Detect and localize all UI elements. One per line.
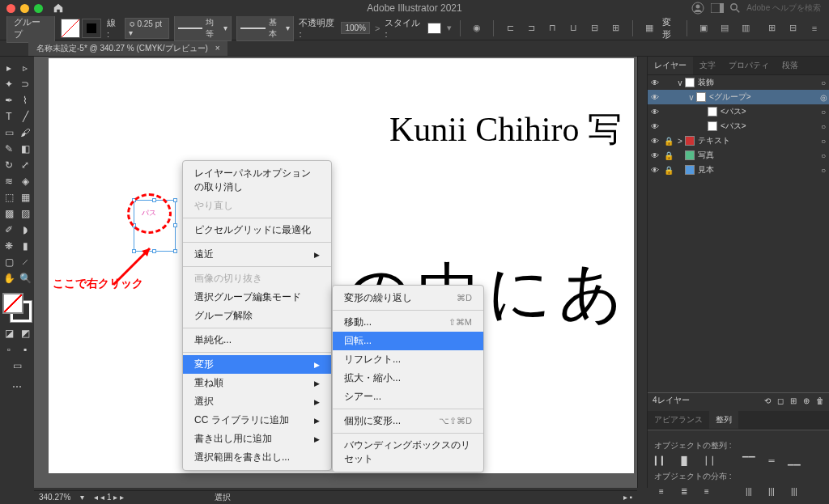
document-tab[interactable]: 名称未設定-5* @ 340.27 % (CMYK/プレビュー) × xyxy=(28,41,227,56)
home-icon[interactable] xyxy=(53,2,64,14)
align-tab[interactable]: 整列 xyxy=(709,411,738,429)
align-right-icon[interactable]: ⊓ xyxy=(544,19,560,37)
close-window-button[interactable] xyxy=(6,4,15,13)
align-hcenter-btn[interactable]: ▐▌ xyxy=(677,455,691,466)
edit-toolbar-icon[interactable]: ⋯ xyxy=(9,379,25,395)
layer-name-label[interactable]: <パス> xyxy=(721,121,818,132)
layer-target-icon[interactable]: ○ xyxy=(818,122,829,131)
align-left-icon[interactable]: ⊏ xyxy=(502,19,518,37)
appearance-tab[interactable]: アピアランス xyxy=(648,411,709,429)
selection-tool[interactable]: ▸ xyxy=(1,60,17,76)
locate-object-icon[interactable]: ⟲ xyxy=(764,396,771,405)
panel-tab-3[interactable]: 段落 xyxy=(776,57,805,74)
style-swatch[interactable] xyxy=(427,23,441,34)
align-bottom-btn[interactable]: ▁▁ xyxy=(787,455,801,466)
dist-vcenter-btn[interactable]: ≣ xyxy=(677,485,691,497)
layer-name-label[interactable]: 装飾 xyxy=(698,77,818,88)
visibility-icon[interactable]: 👁 xyxy=(648,122,662,131)
type-tool[interactable]: T xyxy=(1,108,17,125)
selection-type-label[interactable]: グループ xyxy=(6,14,55,43)
lasso-tool[interactable]: ⊃ xyxy=(17,76,33,92)
dist-top-btn[interactable]: ≡ xyxy=(654,485,669,497)
page-number[interactable]: 1 xyxy=(107,493,112,502)
context-menu-item[interactable]: 重ね順 xyxy=(183,374,331,392)
layer-target-icon[interactable]: ○ xyxy=(818,137,829,146)
symbol-sprayer-tool[interactable]: ❋ xyxy=(1,238,17,254)
visibility-icon[interactable]: 👁 xyxy=(648,166,662,175)
screen-mode-icon[interactable]: ▭ xyxy=(9,358,25,374)
right-panel-strip[interactable] xyxy=(637,57,647,488)
close-tab-icon[interactable]: × xyxy=(215,44,220,53)
layer-target-icon[interactable]: ○ xyxy=(818,78,829,87)
zoom-level[interactable]: 340.27% xyxy=(39,493,70,502)
submenu-item[interactable]: リフレクト... xyxy=(333,350,483,369)
blend-tool[interactable]: ◗ xyxy=(17,222,33,238)
gradient-mode-icon[interactable]: ◩ xyxy=(17,325,33,341)
mesh-tool[interactable]: ▩ xyxy=(1,205,17,222)
align-right-btn[interactable]: ▕▕ xyxy=(699,455,714,466)
fill-stroke-swatches[interactable] xyxy=(2,293,32,322)
stroke-swatch[interactable] xyxy=(82,19,101,38)
submenu-item[interactable]: 移動...⇧⌘M xyxy=(333,313,483,332)
submenu-item[interactable]: シアー... xyxy=(333,388,483,406)
layer-name-label[interactable]: <パス> xyxy=(721,106,818,117)
isolate-icon[interactable]: ▣ xyxy=(695,19,712,37)
dist-right-btn[interactable]: ||| xyxy=(787,485,801,497)
panel-tab-0[interactable]: レイヤー xyxy=(648,57,693,74)
submenu-item[interactable]: 回転... xyxy=(333,332,483,350)
user-icon[interactable] xyxy=(691,2,704,15)
curvature-tool[interactable]: ⌇ xyxy=(17,92,33,108)
paintbrush-tool[interactable]: 🖌 xyxy=(17,125,33,141)
shaper-tool[interactable]: ✎ xyxy=(1,141,17,157)
options-icon-2[interactable]: ⊟ xyxy=(785,19,801,37)
panel-tab-1[interactable]: 文字 xyxy=(693,57,722,74)
context-menu[interactable]: レイヤーパネルオプションの取り消しやり直しピクセルグリッドに最適化遠近画像の切り… xyxy=(182,160,332,471)
draw-normal-icon[interactable]: ▫ xyxy=(1,341,17,358)
perspective-tool[interactable]: ▦ xyxy=(17,189,33,205)
magic-wand-tool[interactable]: ✦ xyxy=(1,76,17,92)
gradient-tool[interactable]: ▨ xyxy=(17,205,33,222)
context-menu-item[interactable]: 選択グループ編集モード xyxy=(183,288,331,307)
panel-menu-icon[interactable]: ≡ xyxy=(806,19,823,37)
free-transform-tool[interactable]: ◈ xyxy=(17,173,33,189)
layer-row[interactable]: 👁v<グループ>◎ xyxy=(648,90,829,104)
layer-target-icon[interactable]: ○ xyxy=(818,166,829,175)
make-clip-icon[interactable]: ◻ xyxy=(777,396,784,405)
context-menu-item[interactable]: 書き出し用に追加 xyxy=(183,430,331,448)
color-mode-icon[interactable]: ◪ xyxy=(1,325,17,341)
search-icon[interactable] xyxy=(730,3,740,13)
align-left-btn[interactable]: ▎▎ xyxy=(654,455,669,466)
direct-selection-tool[interactable]: ▹ xyxy=(17,60,33,76)
visibility-icon[interactable]: 👁 xyxy=(648,78,662,87)
lock-icon[interactable]: 🔒 xyxy=(662,151,675,160)
new-sublayer-icon[interactable]: ⊞ xyxy=(790,396,797,405)
align-top-icon[interactable]: ⊔ xyxy=(565,19,581,37)
context-menu-item[interactable]: レイヤーパネルオプションの取り消し xyxy=(183,164,331,197)
layer-target-icon[interactable]: ○ xyxy=(818,151,829,160)
artboard-tool[interactable]: ▢ xyxy=(1,254,17,270)
pen-tool[interactable]: ✒ xyxy=(1,92,17,108)
visibility-icon[interactable]: 👁 xyxy=(648,93,662,102)
layer-name-label[interactable]: テキスト xyxy=(698,135,818,146)
panel-tab-2[interactable]: プロパティ xyxy=(722,57,776,74)
eyedropper-tool[interactable]: ✐ xyxy=(1,222,17,238)
column-graph-tool[interactable]: ▮ xyxy=(17,238,33,254)
layer-name-label[interactable]: <グループ> xyxy=(709,91,818,103)
recolor-artwork-icon[interactable]: ◉ xyxy=(469,19,485,37)
shape-builder-icon[interactable]: ▦ xyxy=(641,19,657,37)
draw-behind-icon[interactable]: ▪ xyxy=(17,341,33,358)
context-menu-item[interactable]: 単純化... xyxy=(183,331,331,349)
new-layer-icon[interactable]: ⊕ xyxy=(803,396,810,405)
layer-row[interactable]: 👁<パス>○ xyxy=(648,119,829,133)
context-menu-item[interactable]: CC ライブラリに追加 xyxy=(183,411,331,430)
stroke-profile-dropdown[interactable]: 均等 ▾ xyxy=(174,15,232,41)
context-menu-item[interactable]: グループ解除 xyxy=(183,307,331,325)
visibility-icon[interactable]: 👁 xyxy=(648,108,662,116)
opacity-input[interactable]: 100% xyxy=(341,22,370,34)
rotate-tool[interactable]: ↻ xyxy=(1,157,17,173)
zoom-tool[interactable]: 🔍 xyxy=(17,270,33,286)
context-menu-item[interactable]: 選択 xyxy=(183,392,331,411)
visibility-icon[interactable]: 👁 xyxy=(648,137,662,146)
lock-icon[interactable]: 🔒 xyxy=(662,137,675,146)
layer-target-icon[interactable]: ○ xyxy=(818,108,829,116)
